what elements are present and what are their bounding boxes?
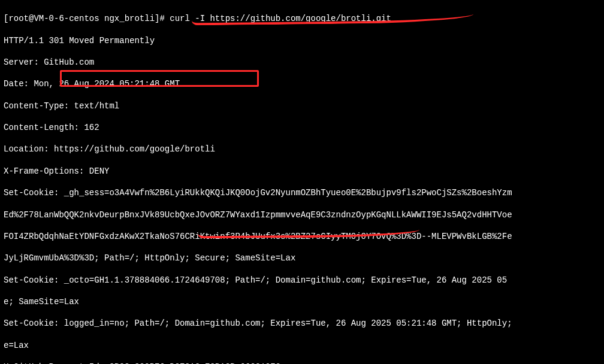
set-cookie-gh-sess-1: Set-Cookie: _gh_sess=o3A4Vwfn%2B6LyiRUkk… [4,187,600,198]
date-header: Date: Mon, 26 Aug 2024 05:21:48 GMT [4,78,600,89]
command-1: curl -I https://github.com/google/brotli… [170,14,391,23]
set-cookie-loggedin-1: Set-Cookie: logged_in=no; Path=/; Domain… [4,318,600,329]
set-cookie-gh-sess-2: Ed%2F78LanWbQQK2nkvDeurpBnxJVk89UcbQxeJO… [4,210,600,220]
x-frame-options-header: X-Frame-Options: DENY [4,166,600,177]
location-header: Location: https://github.com/google/brot… [4,144,600,154]
shell-prompt: [root@VM-0-6-centos ngx_brotli]# [4,14,170,23]
x-github-request-id: X-GitHub-Request-Id: 8B08:339B76:D2E8AC:… [4,362,600,364]
content-type-header: Content-Type: text/html [4,101,600,111]
set-cookie-gh-sess-3: FOI4ZRbQdqhNaEtYDNFGxdzAKwX2TkaNoS76CRiK… [4,231,600,242]
set-cookie-octo-1: Set-Cookie: _octo=GH1.1.378884066.172464… [4,275,600,286]
terminal-output[interactable]: [root@VM-0-6-centos ngx_brotli]# curl -I… [0,0,604,364]
prompt-line-1: [root@VM-0-6-centos ngx_brotli]# curl -I… [4,13,600,24]
set-cookie-loggedin-2: e=Lax [4,340,600,351]
set-cookie-octo-2: e; SameSite=Lax [4,296,600,307]
set-cookie-gh-sess-4: JyLjRGmvmUbA%3D%3D; Path=/; HttpOnly; Se… [4,253,600,263]
server-header: Server: GitHub.com [4,57,600,68]
http-status-301: HTTP/1.1 301 Moved Permanently [4,35,600,46]
content-length-header: Content-Length: 162 [4,122,600,133]
